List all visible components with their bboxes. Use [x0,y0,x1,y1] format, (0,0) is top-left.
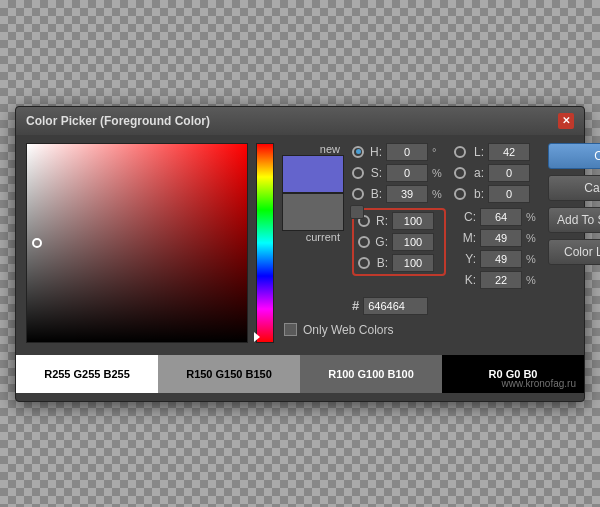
b-rgb-radio[interactable] [358,257,370,269]
current-swatch [282,193,344,231]
y-unit: % [526,253,540,265]
k-row: K: % [454,271,540,289]
s-radio[interactable] [352,167,364,179]
b-brightness-label: B: [368,187,382,201]
bar-dark-gray: R100 G100 B100 [300,355,442,393]
l-row: L: [454,143,540,161]
a-radio[interactable] [454,167,466,179]
color-inputs-area: H: ° S: % [352,143,540,315]
h-label: H: [368,145,382,159]
m-row: M: % [454,229,540,247]
s-unit: % [432,167,446,179]
hex-symbol: # [352,298,359,313]
swatches-and-inputs: new current [282,143,540,315]
hex-row: # [352,297,540,315]
k-input[interactable] [480,271,522,289]
main-area: new current [26,143,574,343]
k-unit: % [526,274,540,286]
dialog-body: new current [16,135,584,351]
m-unit: % [526,232,540,244]
right-inputs-col: L: a: [454,143,540,289]
k-label: K: [454,273,476,287]
c-label: C: [454,210,476,224]
y-input[interactable] [480,250,522,268]
swatch-stack: new current [282,143,344,243]
b-brightness-row: B: % [352,185,446,203]
c-row: C: % [454,208,540,226]
c-unit: % [526,211,540,223]
add-to-swatches-button[interactable]: Add To Swatches [548,207,600,233]
hue-indicator [254,332,260,342]
a-label: a: [470,166,484,180]
hue-slider[interactable] [256,143,274,343]
b-rgb-label: B: [374,256,388,270]
color-picker-dialog: Color Picker (Foreground Color) ✕ [15,106,585,402]
title-bar: Color Picker (Foreground Color) ✕ [16,107,584,135]
b-lab-radio[interactable] [454,188,466,200]
l-radio[interactable] [454,146,466,158]
web-colors-row: Only Web Colors [282,323,540,337]
left-inputs-col: H: ° S: % [352,143,446,289]
web-colors-label: Only Web Colors [303,323,393,337]
new-label: new [320,143,340,155]
y-label: Y: [454,252,476,266]
b-brightness-radio[interactable] [352,188,364,200]
color-gradient-inner [26,143,248,343]
a-input[interactable] [488,164,530,182]
m-input[interactable] [480,229,522,247]
b-brightness-unit: % [432,188,446,200]
s-input[interactable] [386,164,428,182]
dialog-title: Color Picker (Foreground Color) [26,114,210,128]
b-lab-row: b: [454,185,540,203]
r-label: R: [374,214,388,228]
g-row: G: [358,233,440,251]
h-input[interactable] [386,143,428,161]
c-input[interactable] [480,208,522,226]
r-input[interactable] [392,212,434,230]
color-libraries-button[interactable]: Color Libraries [548,239,600,265]
swatch-icon[interactable] [350,205,364,219]
l-label: L: [470,145,484,159]
cancel-button[interactable]: Cancel [548,175,600,201]
rgb-group: R: G: [352,208,446,276]
bar-mid-gray: R150 G150 B150 [158,355,300,393]
right-content: new current [282,143,540,337]
a-row: a: [454,164,540,182]
b-lab-input[interactable] [488,185,530,203]
h-radio[interactable] [352,146,364,158]
r-row: R: [358,212,440,230]
right-panel: OK Cancel Add To Swatches Color Librarie… [548,143,600,265]
new-swatch [282,155,344,193]
inputs-two-col: H: ° S: % [352,143,540,289]
h-row: H: ° [352,143,446,161]
g-input[interactable] [392,233,434,251]
bottom-color-bar: R255 G255 B255 R150 G150 B150 R100 G100 … [16,355,584,393]
bar-white: R255 G255 B255 [16,355,158,393]
hex-input[interactable] [363,297,428,315]
y-row: Y: % [454,250,540,268]
l-input[interactable] [488,143,530,161]
s-row: S: % [352,164,446,182]
s-label: S: [368,166,382,180]
b-rgb-input[interactable] [392,254,434,272]
m-label: M: [454,231,476,245]
close-button[interactable]: ✕ [558,113,574,129]
g-radio[interactable] [358,236,370,248]
b-lab-label: b: [470,187,484,201]
watermark: www.kronofag.ru [502,378,576,389]
web-colors-checkbox[interactable] [284,323,297,336]
ok-button[interactable]: OK [548,143,600,169]
current-label: current [306,231,340,243]
b-brightness-input[interactable] [386,185,428,203]
b-rgb-row: B: [358,254,440,272]
h-unit: ° [432,146,446,158]
color-gradient-field[interactable] [26,143,248,343]
g-label: G: [374,235,388,249]
